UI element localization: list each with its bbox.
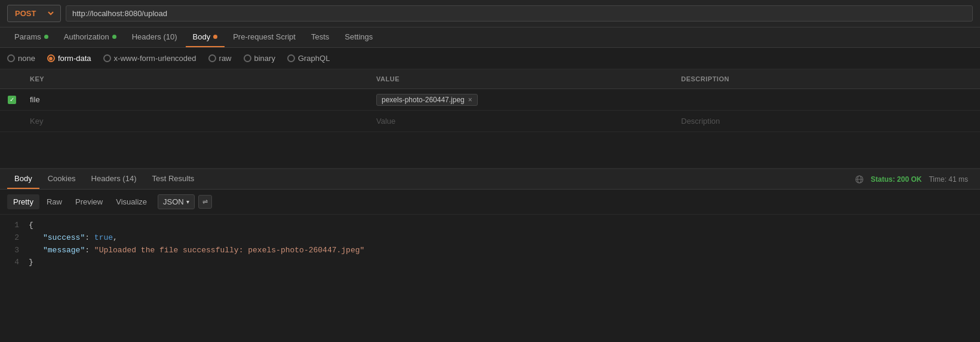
settings-label: Settings: [345, 32, 373, 41]
th-value: VALUE: [370, 73, 675, 85]
response-section: Body Cookies Headers (14) Test Results S…: [0, 168, 980, 274]
method-dropdown[interactable]: POST GET PUT DELETE PATCH: [13, 8, 56, 19]
json-line-1: 1{: [7, 219, 973, 232]
tests-label: Tests: [311, 32, 329, 41]
radio-none-label: none: [18, 54, 35, 63]
response-tabs-row: Body Cookies Headers (14) Test Results S…: [0, 169, 980, 190]
json-line-2: 2"success": true,: [7, 232, 973, 245]
th-key: KEY: [24, 73, 370, 85]
body-label: Body: [193, 32, 211, 41]
response-tab-body[interactable]: Body: [7, 169, 39, 189]
radio-raw[interactable]: raw: [208, 54, 232, 63]
params-label: Params: [14, 32, 41, 41]
tab-authorization[interactable]: Authorization: [57, 28, 124, 47]
line-num-4: 4: [7, 256, 19, 269]
format-toolbar: Pretty Raw Preview Visualize JSON ▾ ⇌: [0, 190, 980, 215]
response-body-label: Body: [14, 174, 32, 183]
response-tab-headers[interactable]: Headers (14): [84, 169, 144, 189]
format-tab-visualize[interactable]: Visualize: [110, 194, 153, 209]
line-num-2: 2: [7, 232, 19, 245]
format-tab-raw[interactable]: Raw: [41, 194, 68, 209]
radio-circle-raw: [208, 54, 216, 62]
request-tabs: Params Authorization Headers (10) Body P…: [0, 28, 980, 48]
wrap-button[interactable]: ⇌: [198, 195, 212, 209]
format-tab-pretty[interactable]: Pretty: [7, 194, 39, 209]
radio-raw-label: raw: [219, 54, 232, 63]
file-tag: pexels-photo-260447.jpeg ×: [376, 94, 478, 106]
url-bar: POST GET PUT DELETE PATCH: [0, 0, 980, 28]
placeholder-value[interactable]: Value: [370, 113, 675, 129]
row-checkbox-cell: [0, 96, 24, 104]
radio-form-data-label: form-data: [58, 54, 91, 63]
response-headers-label: Headers (14): [91, 174, 137, 183]
radio-none[interactable]: none: [7, 54, 35, 63]
th-checkbox: [0, 73, 24, 85]
line-num-1: 1: [7, 219, 19, 232]
json-line-3: 3"message": "Uploaded the file successfu…: [7, 245, 973, 257]
radio-graphql[interactable]: GraphQL: [287, 54, 330, 63]
response-cookies-label: Cookies: [48, 174, 76, 183]
radio-circle-none: [7, 54, 15, 62]
tab-settings[interactable]: Settings: [337, 28, 380, 47]
radio-form-data[interactable]: form-data: [47, 54, 91, 63]
json-type-label: JSON: [163, 197, 184, 206]
tab-tests[interactable]: Tests: [304, 28, 336, 47]
placeholder-key[interactable]: Key: [24, 113, 370, 129]
wrap-icon: ⇌: [202, 198, 208, 205]
tab-headers[interactable]: Headers (10): [125, 28, 185, 47]
json-brace-open: {: [29, 221, 33, 230]
radio-urlencoded[interactable]: x-www-form-urlencoded: [103, 54, 196, 63]
json-output: 1{ 2"success": true, 3"message": "Upload…: [0, 215, 980, 274]
authorization-dot: [112, 35, 116, 39]
radio-circle-form-data: [47, 54, 55, 62]
row-checkbox[interactable]: [8, 96, 16, 104]
method-selector[interactable]: POST GET PUT DELETE PATCH: [7, 5, 61, 22]
th-description: DESCRIPTION: [675, 73, 981, 85]
radio-urlencoded-label: x-www-form-urlencoded: [114, 54, 196, 63]
radio-circle-binary: [244, 54, 251, 62]
json-line-4: 4}: [7, 256, 973, 269]
status-bar: Status: 200 OK Time: 41 ms: [855, 175, 973, 184]
headers-label: Headers (10): [132, 32, 177, 41]
time-text: Time: 41 ms: [929, 175, 968, 184]
json-val-success: true: [94, 233, 113, 242]
status-text: Status: 200 OK: [871, 175, 921, 184]
row-key[interactable]: file: [24, 91, 370, 108]
pre-request-label: Pre-request Script: [233, 32, 296, 41]
file-tag-name: pexels-photo-260447.jpeg: [382, 96, 465, 104]
json-type-selector[interactable]: JSON ▾: [158, 194, 195, 209]
response-tabs-left: Body Cookies Headers (14) Test Results: [7, 169, 201, 189]
response-test-results-label: Test Results: [152, 174, 194, 183]
file-tag-close[interactable]: ×: [468, 96, 472, 104]
radio-binary[interactable]: binary: [244, 54, 275, 63]
radio-graphql-label: GraphQL: [298, 54, 330, 63]
tab-pre-request[interactable]: Pre-request Script: [226, 28, 303, 47]
table-row: file pexels-photo-260447.jpeg ×: [0, 89, 980, 111]
json-key-message: "message": [43, 246, 85, 255]
json-brace-close: }: [29, 258, 33, 267]
radio-circle-urlencoded: [103, 54, 111, 62]
body-dot: [213, 35, 217, 39]
radio-circle-graphql: [287, 54, 295, 62]
request-body-spacer: [0, 132, 980, 168]
row-value[interactable]: pexels-photo-260447.jpeg ×: [370, 90, 675, 109]
tab-body[interactable]: Body: [186, 28, 225, 47]
line-num-3: 3: [7, 245, 19, 257]
tab-params[interactable]: Params: [7, 28, 56, 47]
table-placeholder-row: Key Value Description: [0, 111, 980, 132]
authorization-label: Authorization: [64, 32, 109, 41]
response-tab-cookies[interactable]: Cookies: [41, 169, 83, 189]
format-tab-preview[interactable]: Preview: [69, 194, 109, 209]
response-tab-test-results[interactable]: Test Results: [145, 169, 201, 189]
row-description[interactable]: [675, 96, 981, 103]
placeholder-description[interactable]: Description: [675, 113, 981, 129]
radio-binary-label: binary: [254, 54, 275, 63]
url-input[interactable]: [66, 5, 973, 22]
table-header: KEY VALUE DESCRIPTION: [0, 69, 980, 89]
json-val-message: "Uploaded the file successfully: pexels-…: [94, 246, 364, 255]
json-key-success: "success": [43, 233, 85, 242]
body-type-selector: none form-data x-www-form-urlencoded raw…: [0, 48, 980, 69]
globe-icon: [855, 175, 864, 184]
params-dot: [44, 35, 48, 39]
json-chevron-icon: ▾: [186, 199, 189, 205]
